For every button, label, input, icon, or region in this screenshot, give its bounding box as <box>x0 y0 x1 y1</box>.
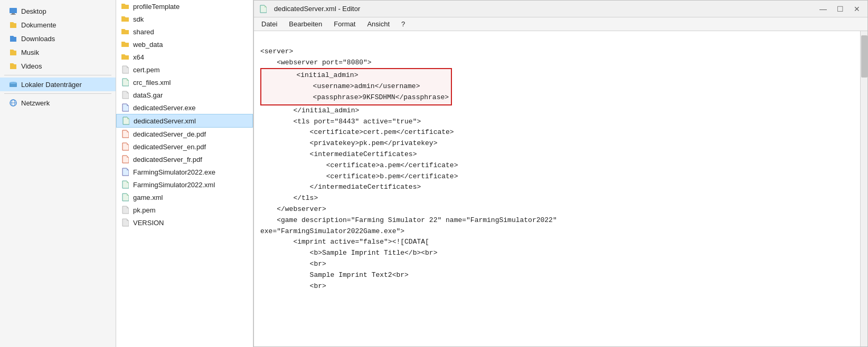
file-item-dedicatedServer-en-pdf[interactable]: dedicatedServer_en.pdf <box>116 140 253 153</box>
editor-scrollbar[interactable] <box>860 31 867 346</box>
exe-icon <box>120 167 130 177</box>
scrollbar-thumb <box>861 35 867 78</box>
file-item-VERSION[interactable]: VERSION <box>116 216 253 229</box>
sidebar-item-musik[interactable]: Musik <box>0 45 116 59</box>
netzwerk-icon <box>8 98 18 108</box>
file-label: dedicatedServer.exe <box>133 104 196 112</box>
xml-icon <box>120 180 130 189</box>
svg-rect-2 <box>11 14 16 15</box>
sidebar-item-dokumente[interactable]: Dokumente <box>0 18 116 32</box>
editor-title: dedicatedServer.xml - Editor <box>274 5 813 13</box>
editor-menubar: Datei Bearbeiten Format Ansicht ? <box>254 17 867 31</box>
sidebar-item-label: Videos <box>21 62 42 70</box>
file-item-dedicatedServer-exe[interactable]: dedicatedServer.exe <box>116 101 253 114</box>
sidebar-item-videos[interactable]: Videos <box>0 59 116 73</box>
file-label: crc_files.xml <box>133 79 171 86</box>
file-label: shared <box>133 28 154 36</box>
file-label: FarmingSimulator2022.exe <box>133 168 215 176</box>
file-panel: profileTemplate sdk shared web_data x64 … <box>116 0 253 347</box>
folder-icon <box>120 52 130 62</box>
videos-icon <box>8 61 18 71</box>
file-label: dedicatedServer_en.pdf <box>133 143 206 151</box>
menu-ansicht[interactable]: Ansicht <box>362 19 395 29</box>
exe-icon <box>120 103 130 112</box>
folder-icon <box>120 2 130 11</box>
file-icon <box>120 90 130 100</box>
file-label: dedicatedServer_fr.pdf <box>133 156 202 163</box>
file-item-crc-files-xml[interactable]: crc_files.xml <box>116 76 253 89</box>
pdf-icon <box>120 129 130 139</box>
file-item-dedicatedServer-de-pdf[interactable]: dedicatedServer_de.pdf <box>116 128 253 140</box>
editor-file-icon <box>258 4 268 14</box>
lokaler-icon <box>8 80 18 89</box>
file-label: cert.pem <box>133 66 160 74</box>
highlight-box: <initial_admin> <username>admin</usernam… <box>260 68 452 105</box>
sidebar-item-label: Dokumente <box>21 21 56 29</box>
sidebar-item-label: Desktop <box>21 7 46 15</box>
editor-body: <server> <webserver port="8080"> <initia… <box>254 31 867 346</box>
menu-bearbeiten[interactable]: Bearbeiten <box>284 19 327 29</box>
folder-icon <box>120 27 130 36</box>
xml-icon <box>120 192 130 202</box>
svg-rect-0 <box>10 8 17 13</box>
file-label: x64 <box>133 53 144 61</box>
file-label: dedicatedServer_de.pdf <box>133 130 206 138</box>
editor-titlebar: dedicatedServer.xml - Editor — ☐ ✕ <box>254 1 867 17</box>
minimize-button[interactable]: — <box>817 3 829 15</box>
file-item-profileTemplate[interactable]: profileTemplate <box>116 0 253 13</box>
file-item-FarmingSimulator2022-xml[interactable]: FarmingSimulator2022.xml <box>116 178 253 191</box>
sidebar-item-label: Lokaler Datenträger <box>21 81 82 89</box>
editor-window: dedicatedServer.xml - Editor — ☐ ✕ Datei… <box>253 0 868 347</box>
sidebar-item-lokaler[interactable]: Lokaler Datenträger <box>0 78 116 91</box>
close-button[interactable]: ✕ <box>851 3 863 15</box>
file-icon <box>120 65 130 74</box>
file-item-web_data[interactable]: web_data <box>116 38 253 51</box>
sidebar-item-label: Musik <box>21 49 39 56</box>
file-label: game.xml <box>133 194 163 201</box>
file-label: pk.pem <box>133 206 156 214</box>
file-item-game-xml[interactable]: game.xml <box>116 191 253 204</box>
file-item-cert-pem[interactable]: cert.pem <box>116 63 253 76</box>
file-item-FarmingSimulator2022-exe[interactable]: FarmingSimulator2022.exe <box>116 166 253 178</box>
file-label: dedicatedServer.xml <box>134 117 196 125</box>
file-item-dataS-gar[interactable]: dataS.gar <box>116 89 253 101</box>
dokumente-icon <box>8 20 18 30</box>
sidebar-item-label: Downloads <box>21 35 55 43</box>
maximize-button[interactable]: ☐ <box>834 3 846 15</box>
file-item-shared[interactable]: shared <box>116 25 253 38</box>
file-item-pk-pem[interactable]: pk.pem <box>116 204 253 216</box>
file-icon <box>120 218 130 227</box>
svg-rect-1 <box>12 13 15 14</box>
sidebar-divider <box>4 75 111 75</box>
pdf-icon <box>120 155 130 164</box>
sidebar-divider2 <box>4 93 111 94</box>
editor-pre: <server> <webserver port="8080"> <initia… <box>260 35 854 292</box>
file-icon <box>120 205 130 215</box>
file-label: web_data <box>133 41 163 49</box>
file-item-dedicatedServer-xml[interactable]: dedicatedServer.xml <box>116 114 253 128</box>
menu-datei[interactable]: Datei <box>256 19 282 29</box>
file-label: dataS.gar <box>133 91 163 99</box>
sidebar-item-downloads[interactable]: Downloads <box>0 32 116 45</box>
sidebar-item-label: Netzwerk <box>21 99 50 107</box>
downloads-icon <box>8 34 18 43</box>
sidebar: Desktop Dokumente Downloads Musik Videos… <box>0 0 116 347</box>
sidebar-item-netzwerk[interactable]: Netzwerk <box>0 96 116 110</box>
file-label: profileTemplate <box>133 3 180 11</box>
file-label: VERSION <box>133 219 164 227</box>
editor-content[interactable]: <server> <webserver port="8080"> <initia… <box>254 31 860 346</box>
file-item-sdk[interactable]: sdk <box>116 13 253 25</box>
desktop-icon <box>8 6 18 16</box>
sidebar-item-desktop[interactable]: Desktop <box>0 4 116 18</box>
menu-format[interactable]: Format <box>328 19 361 29</box>
folder-icon <box>120 40 130 49</box>
folder-icon <box>120 14 130 24</box>
file-item-x64[interactable]: x64 <box>116 51 253 63</box>
file-label: FarmingSimulator2022.xml <box>133 181 215 189</box>
musik-icon <box>8 47 18 57</box>
menu-help[interactable]: ? <box>396 19 410 29</box>
xml-icon-selected <box>121 116 130 126</box>
file-label: sdk <box>133 15 144 23</box>
pdf-icon <box>120 142 130 151</box>
file-item-dedicatedServer-fr-pdf[interactable]: dedicatedServer_fr.pdf <box>116 153 253 166</box>
